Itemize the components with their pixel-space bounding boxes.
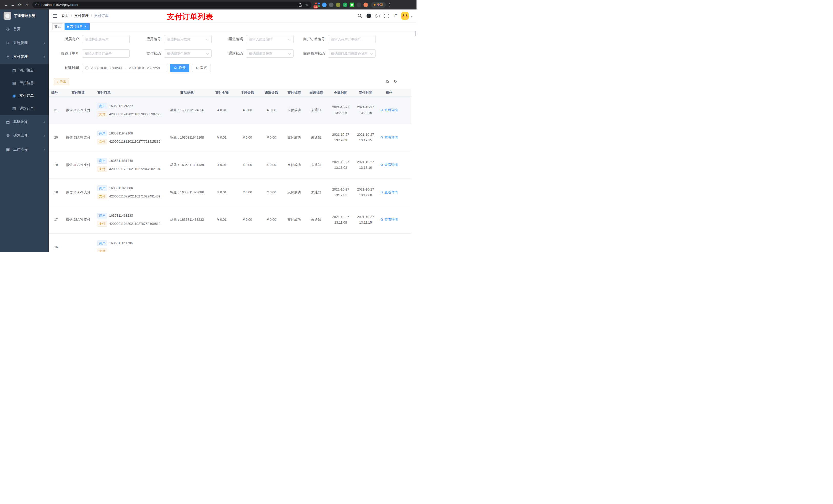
hamburger-icon[interactable] bbox=[53, 14, 57, 18]
view-detail-link[interactable]: 查看详情 bbox=[380, 135, 398, 140]
app-logo[interactable]: 芋道管理系统 bbox=[0, 9, 49, 22]
notify-status-select-field[interactable] bbox=[331, 52, 373, 55]
grid-icon: ▦ bbox=[11, 81, 17, 85]
channel-code-select[interactable] bbox=[246, 35, 293, 43]
refund-status-select-field[interactable] bbox=[249, 52, 290, 55]
browser-back-icon[interactable]: ← bbox=[3, 1, 9, 8]
sidebar-item-refund-order[interactable]: ▥ 退款订单 bbox=[0, 102, 49, 115]
cell-title: 标题：1635311881439 bbox=[165, 151, 209, 178]
search-button[interactable]: 搜索 bbox=[170, 64, 189, 72]
fullscreen-icon[interactable] bbox=[384, 14, 388, 18]
extension-olive-icon[interactable] bbox=[336, 3, 340, 7]
check-icon: ✓ bbox=[344, 4, 346, 6]
cell-status: 支付成功 bbox=[283, 206, 305, 233]
channel-order-no-input-field[interactable] bbox=[85, 52, 126, 55]
search-icon[interactable] bbox=[358, 14, 362, 18]
app-id-select[interactable] bbox=[164, 35, 212, 43]
screen: ← → ⟳ ⌂ ⓘ localhost:1024/pay/order ☆ 10 … bbox=[0, 0, 416, 252]
sidebar-item-infrastructure[interactable]: ⬒ 基础设施 ∨ bbox=[0, 115, 49, 129]
sidebar-item-system[interactable]: ⚙ 系统管理 ∨ bbox=[0, 36, 49, 50]
channel-code-select-field[interactable] bbox=[249, 38, 290, 41]
merchant-tag: 商户 bbox=[97, 103, 107, 109]
field-create-time: 创建时间 2021-10-01 00:00:00 - 2021-10-31 23… bbox=[54, 64, 167, 72]
extension-gray-icon[interactable] bbox=[329, 3, 334, 7]
browser-reload-icon[interactable]: ⟳ bbox=[16, 1, 23, 8]
cell-notify bbox=[305, 234, 327, 252]
breadcrumb-payment[interactable]: 支付管理 bbox=[74, 14, 89, 18]
cell-amount: ¥ 0.01 bbox=[209, 124, 235, 151]
table-row[interactable]: 19 微信 JSAPI 支付 商户1635311881440 支付4200001… bbox=[49, 151, 411, 179]
user-avatar[interactable] bbox=[401, 12, 409, 20]
font-size-icon[interactable]: TT bbox=[393, 14, 397, 18]
sidebar-item-merchant-info[interactable]: ▤ 商户信息 bbox=[0, 64, 49, 77]
pay-order-no: 4200001174202110278060590766 bbox=[109, 112, 161, 117]
view-detail-link[interactable]: 查看详情 bbox=[380, 190, 398, 195]
browser-menu-icon[interactable]: ⋮ bbox=[388, 3, 392, 7]
sidebar-item-pay-order[interactable]: ◉ 支付订单 bbox=[0, 89, 49, 102]
date-range-picker[interactable]: 2021-10-01 00:00:00 - 2021-10-31 23:59:5… bbox=[82, 64, 167, 72]
col-channel: 支付渠道 bbox=[62, 89, 95, 96]
pay-status-select[interactable] bbox=[164, 49, 212, 57]
browser-update-button[interactable]: 更新 bbox=[371, 2, 386, 8]
field-app-id: 应用编号 bbox=[136, 35, 212, 43]
site-info-icon[interactable]: ⓘ bbox=[35, 3, 39, 7]
bookmark-star-icon[interactable]: ☆ bbox=[305, 3, 308, 7]
app-title: 芋道管理系统 bbox=[14, 14, 35, 18]
view-detail-link[interactable]: 查看详情 bbox=[380, 162, 398, 168]
table-row[interactable]: 20 微信 JSAPI 支付 商户1635311949168 支付4200001… bbox=[49, 124, 411, 151]
sidebar-item-workflow[interactable]: ▣ 工作流程 ∨ bbox=[0, 143, 49, 157]
tab-groups-icon[interactable]: 10 bbox=[315, 3, 320, 7]
refresh-table-icon[interactable]: ↻ bbox=[394, 79, 397, 84]
table-row[interactable]: 17 微信 JSAPI 支付 商户1635311468233 支付4200001… bbox=[49, 206, 411, 234]
sidebar-item-label: 支付管理 bbox=[13, 54, 28, 59]
merchant-order-no: 1635311151786 bbox=[109, 240, 133, 246]
merchant-order-no-input[interactable] bbox=[328, 35, 376, 43]
app-id-select-field[interactable] bbox=[167, 38, 209, 41]
table-row[interactable]: 18 微信 JSAPI 支付 商户1635311823086 支付4200001… bbox=[49, 179, 411, 206]
reset-button[interactable]: ↻ 重置 bbox=[192, 64, 211, 72]
date-start: 2021-10-01 00:00:00 bbox=[91, 66, 122, 70]
pay-tag: 支付 bbox=[97, 166, 107, 172]
tab-pay-order[interactable]: 支付订单 × bbox=[65, 23, 90, 30]
cell-refund: ¥ 0.00 bbox=[260, 206, 283, 233]
notify-status-select[interactable] bbox=[328, 49, 376, 57]
channel-order-no-input[interactable] bbox=[82, 49, 129, 57]
search-label: 搜索 bbox=[179, 66, 186, 70]
sidebar-item-payment[interactable]: ¥ 支付管理 ∧ bbox=[0, 50, 49, 64]
sidebar-item-dev-tools[interactable]: ⚒ 研发工具 ∨ bbox=[0, 129, 49, 143]
view-detail-link[interactable]: 查看详情 bbox=[380, 217, 398, 222]
breadcrumb-home[interactable]: 首页 bbox=[62, 14, 69, 18]
share-icon[interactable] bbox=[299, 3, 302, 7]
sidebar-item-home[interactable]: ◷ 首页 bbox=[0, 22, 49, 36]
browser-home-icon[interactable]: ⌂ bbox=[23, 1, 30, 8]
pay-tag: 支付 bbox=[97, 139, 107, 144]
merchant-tag: 商户 bbox=[97, 186, 107, 191]
close-icon[interactable]: × bbox=[84, 25, 87, 28]
address-bar[interactable]: ⓘ localhost:1024/pay/order ☆ bbox=[32, 2, 311, 8]
github-icon[interactable] bbox=[366, 14, 371, 18]
field-merchant-order-no: 商户订单编号 bbox=[300, 35, 376, 43]
cell-action: 查看详情 bbox=[377, 97, 401, 124]
sidebar-item-app-info[interactable]: ▦ 应用信息 bbox=[0, 77, 49, 89]
cell-action: 查看详情 bbox=[377, 151, 401, 178]
toggle-search-icon[interactable] bbox=[386, 80, 389, 84]
help-icon[interactable]: ? bbox=[376, 14, 380, 18]
export-button[interactable]: ↓ 导出 bbox=[54, 78, 69, 85]
extension-check-icon[interactable]: ✓ bbox=[343, 3, 347, 7]
view-detail-link[interactable]: 查看详情 bbox=[380, 107, 398, 113]
cell-create-time: 2021-10-27 13:19:09 bbox=[327, 124, 354, 151]
table-row[interactable]: 21 微信 JSAPI 支付 商户1635312124657 支付4200001… bbox=[49, 97, 411, 124]
browser-profile-avatar[interactable] bbox=[363, 3, 368, 7]
browser-forward-icon[interactable]: → bbox=[9, 1, 16, 8]
extension-chat-icon[interactable] bbox=[350, 3, 354, 7]
table-row[interactable]: 16 商户1635311151786 支付 bbox=[49, 234, 411, 252]
merchant-order-no-input-field[interactable] bbox=[331, 38, 373, 41]
avatar-caret-icon[interactable]: ▾ bbox=[411, 15, 412, 18]
extension-puzzle-icon[interactable] bbox=[357, 3, 361, 7]
refund-status-select[interactable] bbox=[246, 49, 293, 57]
merchant-input[interactable] bbox=[82, 35, 129, 43]
pay-status-select-field[interactable] bbox=[167, 52, 209, 55]
merchant-input-field[interactable] bbox=[85, 38, 126, 41]
extension-blue-icon[interactable] bbox=[322, 3, 327, 7]
tab-home[interactable]: 首页 bbox=[52, 23, 63, 30]
